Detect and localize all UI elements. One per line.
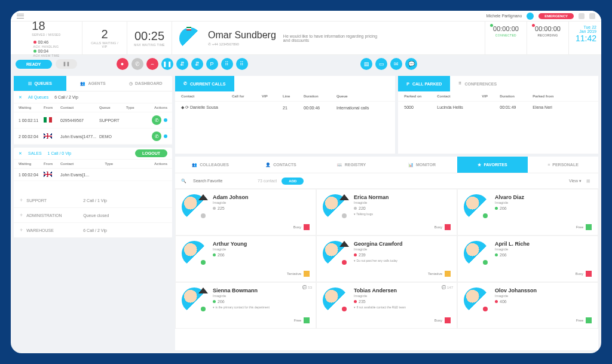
contact-card[interactable]: Arthur YoungImagicle266Tentative bbox=[175, 235, 316, 282]
queue-row[interactable]: 2 00:02:04John Evans[1477...DEMO✆ bbox=[14, 129, 172, 145]
tab-monitor[interactable]: 📊 MONITOR bbox=[387, 157, 457, 173]
chat-icon: 💬 bbox=[442, 285, 446, 289]
note-icon[interactable]: ▤ bbox=[360, 58, 372, 70]
parked-row[interactable]: 5000Lucinda Hellis00:01:49Elena Neri bbox=[398, 102, 598, 113]
parked-panel: P CALL PARKED⠿ CONFERENCES Parked onCont… bbox=[398, 76, 598, 154]
status-dot bbox=[200, 212, 207, 219]
header: 18SERVED / MISSED 00:46 AGV. HANDLING 00… bbox=[11, 22, 601, 55]
logout-button[interactable]: LOGOUT bbox=[135, 149, 167, 157]
user-avatar[interactable] bbox=[527, 13, 534, 20]
card-icon[interactable]: ▭ bbox=[375, 58, 387, 70]
close-icon[interactable]: ✕ bbox=[19, 151, 22, 156]
tab-dashboard[interactable]: ◷ DASHBOARD bbox=[120, 76, 172, 91]
current-calls-tab[interactable]: ✆ CURRENT CALLS bbox=[175, 76, 234, 91]
call-parked-tab[interactable]: P CALL PARKED bbox=[398, 76, 450, 91]
sales-panel: ✕SALES1 Call / 0 VipLOGOUT WaitingFromCo… bbox=[14, 148, 172, 238]
status-dot bbox=[482, 259, 489, 266]
contacts-panel: 👥 COLLEAGUES 👤 CONTACTS 📖 REGISTRY 📊 MON… bbox=[175, 157, 598, 350]
call-icon[interactable]: ✆ bbox=[131, 58, 143, 70]
hangup-icon[interactable]: ⌢ bbox=[146, 58, 158, 70]
status-dot bbox=[341, 212, 348, 219]
emergency-button[interactable]: EMERGENCY bbox=[538, 13, 574, 19]
tab-agents[interactable]: 👥 AGENTS bbox=[66, 76, 119, 91]
filter-icon[interactable] bbox=[589, 13, 595, 19]
status-badge bbox=[445, 224, 451, 230]
group-icon[interactable]: ⠿ bbox=[236, 58, 248, 70]
tab-registry[interactable]: 📖 REGISTRY bbox=[316, 157, 387, 173]
queue-row[interactable]: 1 00:02:110295449567SUPPORT✆ bbox=[14, 112, 172, 129]
caller-avatar bbox=[179, 27, 201, 49]
layout-icon[interactable]: ▦ bbox=[586, 179, 590, 183]
queue-item[interactable]: +ADMINISTRATIONQueue closed bbox=[14, 208, 172, 223]
stat-maxwait: 00:25MAX WAITING TIME bbox=[127, 22, 172, 54]
status-badge bbox=[304, 317, 310, 323]
tab-personale[interactable]: ≡ PERSONALE bbox=[528, 157, 598, 173]
call-row[interactable]: ◆ ⟳ Danielle Sousa2100:00:46Internationa… bbox=[175, 102, 395, 114]
status-badge bbox=[586, 224, 592, 230]
tab-queues[interactable]: ☷ QUEUES bbox=[14, 76, 66, 91]
tab-favorites[interactable]: ★ FAVORITES bbox=[457, 157, 528, 173]
tab-contacts[interactable]: 👤 CONTACTS bbox=[246, 157, 316, 173]
search-input[interactable] bbox=[193, 179, 253, 183]
menu-icon[interactable] bbox=[17, 14, 24, 19]
record-icon[interactable]: ● bbox=[117, 58, 128, 70]
status-badge bbox=[304, 271, 310, 277]
stat-calls: 2CALLS WAITING / VIP bbox=[82, 22, 127, 54]
contact-card[interactable]: Georgina CrawfordImagicle239▾ Do not pas… bbox=[316, 235, 457, 282]
current-calls-panel: ✆ CURRENT CALLS ContactCall forVIPLineDu… bbox=[175, 76, 395, 154]
contact-card[interactable]: 💬53Sienna BowmannImagicle266▾ is the pri… bbox=[175, 282, 316, 329]
search-icon: 🔍 bbox=[181, 179, 186, 183]
add-button[interactable]: ADD bbox=[281, 178, 304, 185]
chat-icon: 💬 bbox=[302, 285, 307, 289]
contact-card[interactable]: Erica NormanImagicle220▾ Talking bugsBus… bbox=[316, 189, 457, 235]
contact-card[interactable]: 💬147Tobias AndersenImagicle235▾ If not a… bbox=[316, 282, 457, 329]
status-dot bbox=[341, 305, 348, 313]
park-icon[interactable]: P bbox=[206, 58, 218, 70]
queue-item[interactable]: +WAREHOUSE6 Call / 2 Vip bbox=[14, 223, 172, 238]
queue-item[interactable]: +SUPPORT2 Call / 1 Vip bbox=[14, 193, 172, 208]
call-icon[interactable]: ✆ bbox=[152, 131, 161, 141]
status-badge bbox=[445, 271, 451, 277]
stat-served: 18SERVED / MISSED 00:46 AGV. HANDLING 00… bbox=[11, 22, 82, 54]
action-bar: READY ❚❚ ● ✆ ⌢ ❚❚ ⇵ ⇵ P ⠿ ⠿ ▤ ▭ ✉ 💬 bbox=[11, 55, 601, 73]
conferences-tab[interactable]: ⠿ CONFERENCES bbox=[450, 76, 505, 91]
conference-icon[interactable]: ⠿ bbox=[221, 58, 233, 70]
status-dot bbox=[200, 305, 207, 313]
grid-icon[interactable] bbox=[579, 13, 585, 19]
sales-link[interactable]: SALES bbox=[28, 151, 42, 155]
contact-card[interactable]: Alvaro DiazImagicle266Free bbox=[457, 189, 598, 235]
timer-connected: 00:00:00CONNECTED bbox=[485, 22, 527, 54]
transfer1-icon[interactable]: ⇵ bbox=[176, 58, 188, 70]
ready-button[interactable]: READY bbox=[16, 60, 52, 69]
topbar: Michele Partignano EMERGENCY bbox=[11, 11, 601, 22]
pause-button[interactable]: ❚❚ bbox=[56, 59, 77, 69]
mail-icon[interactable]: ✉ bbox=[390, 58, 402, 70]
all-queues-link[interactable]: All Queues bbox=[28, 95, 48, 99]
close-icon[interactable]: ✕ bbox=[19, 95, 22, 100]
status-badge bbox=[304, 224, 310, 230]
phone-icon: ✆ bbox=[208, 42, 211, 46]
status-dot bbox=[341, 259, 348, 266]
timer-recording: 00:00:00RECORDING bbox=[527, 22, 568, 54]
status-badge bbox=[445, 317, 451, 323]
sales-row[interactable]: 1 00:02:04John Evans[1... bbox=[14, 169, 172, 181]
status-badge bbox=[586, 271, 592, 277]
username: Michele Partignano bbox=[486, 14, 522, 18]
contact-card[interactable]: April L. RicheImagicle266Busy bbox=[457, 235, 598, 282]
status-dot bbox=[200, 259, 207, 266]
tab-colleagues[interactable]: 👥 COLLEAGUES bbox=[175, 157, 246, 173]
caller-info: Omar Sundberg✆ +44 1234567890 He would l… bbox=[172, 22, 485, 54]
transfer2-icon[interactable]: ⇵ bbox=[191, 58, 203, 70]
status-dot bbox=[482, 305, 489, 313]
contact-card[interactable]: Olov JohanssonImagicle406Free bbox=[457, 282, 598, 329]
view-toggle[interactable]: View ▾ bbox=[569, 179, 582, 183]
hold-icon[interactable]: ❚❚ bbox=[161, 58, 173, 70]
call-icon[interactable]: ✆ bbox=[152, 115, 161, 125]
queues-panel: ☷ QUEUES 👥 AGENTS ◷ DASHBOARD ✕All Queue… bbox=[14, 76, 172, 145]
status-dot bbox=[482, 212, 489, 219]
status-badge bbox=[586, 317, 592, 323]
chat-icon[interactable]: 💬 bbox=[405, 58, 417, 70]
contact-card[interactable]: Adam JohsonImagicle225Busy bbox=[175, 189, 316, 235]
datetime: Tue 22Jan 201911:42 bbox=[568, 22, 601, 54]
